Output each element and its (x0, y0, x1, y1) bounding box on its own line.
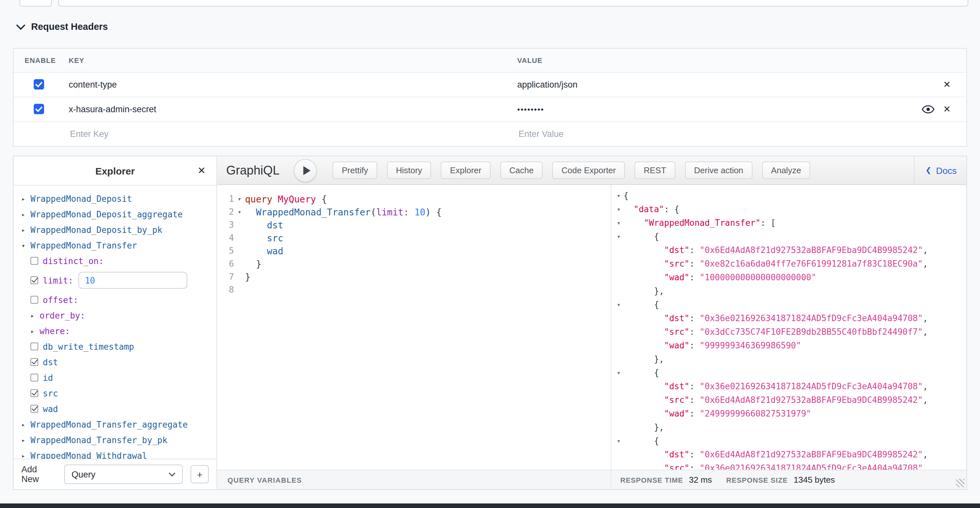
new-header-value-input[interactable] (517, 124, 922, 144)
toolbar-button-code-exporter[interactable]: Code Exporter (552, 161, 625, 179)
toolbar-button-cache[interactable]: Cache (500, 161, 542, 179)
request-headers-table: ENABLE KEY VALUE content-type applicatio… (13, 48, 967, 147)
explorer-item-order_by[interactable]: ▸order_by: (14, 308, 216, 323)
checkbox-unchecked[interactable] (30, 343, 38, 350)
field-label: order_by: (40, 310, 85, 320)
checkbox-unchecked[interactable] (30, 296, 38, 304)
explorer-item-wad[interactable]: wad (14, 401, 216, 417)
endpoint-input-partial[interactable] (58, 0, 968, 6)
explorer-item-dst[interactable]: dst (14, 354, 216, 370)
toolbar-button-derive-action[interactable]: Derive action (685, 161, 752, 179)
eye-icon[interactable] (922, 105, 935, 113)
column-header-key: KEY (69, 56, 84, 64)
add-operation-button[interactable]: + (191, 465, 209, 483)
docs-button[interactable]: ❮ Docs (914, 157, 966, 184)
header-value[interactable]: application/json (517, 80, 578, 89)
limit-value-input[interactable] (78, 272, 187, 289)
response-line: "dst": "0x6Ed4AdA8f21d927532aB8FAF9Eba9D… (614, 448, 966, 461)
response-line: }, (614, 352, 966, 366)
field-label: WrappedMonad_Transfer_aggregate (30, 419, 188, 429)
explorer-item-db_write_timestamp[interactable]: db_write_timestamp (14, 339, 216, 354)
partial-control[interactable] (19, 0, 52, 6)
fold-icon: ▾ (614, 434, 624, 448)
response-line: ▾ { (614, 298, 966, 312)
chevron-down-icon (169, 472, 176, 476)
response-line: }, (614, 284, 966, 298)
header-key[interactable]: x-hasura-admin-secret (69, 104, 156, 114)
query-editor[interactable]: 1▾query MyQuery {2▾ WrappedMonad_Transfe… (217, 185, 611, 470)
play-icon (303, 166, 310, 175)
enable-checkbox[interactable] (34, 104, 44, 114)
graphiql-main: GraphiQL PrettifyHistoryExplorerCacheCod… (217, 157, 966, 489)
table-header-row: ENABLE KEY VALUE (14, 49, 966, 72)
explorer-item-wrappedmonad_deposit[interactable]: ▸WrappedMonad_Deposit (14, 191, 216, 206)
add-new-selected-value: Query (72, 470, 95, 479)
close-icon[interactable]: ✕ (941, 78, 953, 90)
add-new-label: Add New (21, 465, 57, 484)
response-line: "dst": "0x36e0216926341871824AD5fD9cFc3e… (614, 380, 966, 393)
line-number: 3 (217, 219, 234, 232)
query-variables-bar[interactable]: QUERY VARIABLES (217, 470, 611, 489)
response-line: "src": "0x3dCc735C74F10FE2B9db2BB55C40fb… (614, 325, 966, 339)
toolbar-button-explorer[interactable]: Explorer (441, 161, 491, 179)
editor-line: 3 dst (217, 219, 611, 232)
query-variables-label: QUERY VARIABLES (228, 476, 302, 484)
response-line: ▾ "WrappedMonad_Transfer": [ (614, 216, 966, 230)
header-value-masked[interactable]: •••••••• (517, 105, 544, 114)
resize-grip[interactable] (956, 479, 964, 487)
response-line: ▾ { (614, 366, 966, 380)
field-label: wad (43, 404, 58, 414)
explorer-item-wrappedmonad_transfer_aggregate[interactable]: ▸WrappedMonad_Transfer_aggregate (14, 417, 216, 432)
close-icon[interactable]: ✕ (941, 103, 953, 115)
explorer-item-wrappedmonad_withdrawal[interactable]: ▸WrappedMonad_Withdrawal (14, 448, 216, 459)
checkbox-checked[interactable] (30, 276, 38, 284)
explorer-close-icon[interactable]: ✕ (195, 164, 208, 177)
toolbar-button-prettify[interactable]: Prettify (333, 161, 377, 179)
fold-icon: ▾ (614, 189, 624, 203)
explorer-item-id[interactable]: id (14, 370, 216, 385)
checkbox-checked[interactable] (30, 358, 38, 366)
explorer-item-wrappedmonad_transfer[interactable]: ▾WrappedMonad_Transfer (14, 238, 216, 253)
response-line: }, (614, 420, 966, 434)
request-headers-section-toggle[interactable]: Request Headers (18, 21, 108, 32)
fold-icon: ▾ (614, 230, 624, 243)
explorer-item-offset[interactable]: offset: (14, 292, 216, 308)
line-number: 6 (217, 257, 234, 270)
response-line: "wad": "100000000000000000000" (614, 270, 966, 284)
explorer-item-src[interactable]: src (14, 385, 216, 401)
line-number: 8 (217, 284, 234, 297)
chevron-right-icon: ▸ (21, 421, 30, 428)
chevron-right-icon: ▸ (30, 327, 40, 334)
column-header-value: VALUE (517, 56, 542, 64)
chevron-right-icon: ▸ (30, 312, 40, 319)
checkbox-unchecked[interactable] (30, 257, 38, 265)
explorer-item-wrappedmonad_transfer_by_pk[interactable]: ▸WrappedMonad_Transfer_by_pk (14, 432, 216, 448)
explorer-item-wrappedmonad_deposit_aggregate[interactable]: ▸WrappedMonad_Deposit_aggregate (14, 206, 216, 222)
checkbox-unchecked[interactable] (30, 374, 38, 382)
enable-checkbox[interactable] (34, 79, 44, 89)
response-line: "src": "0xe82c16a6da04ff7e76F61991281a7f… (614, 257, 966, 270)
header-key[interactable]: content-type (69, 80, 117, 89)
field-label: db_write_timestamp (43, 342, 134, 351)
editor-line: 4 src (217, 232, 611, 244)
field-label: WrappedMonad_Deposit_aggregate (30, 209, 183, 219)
field-label: limit: (43, 275, 73, 285)
explorer-item-where[interactable]: ▸where: (14, 323, 216, 339)
response-line: ▾{ (614, 189, 966, 203)
toolbar-button-analyze[interactable]: Analyze (762, 161, 810, 179)
toolbar-button-history[interactable]: History (387, 161, 431, 179)
add-new-select[interactable]: Query (65, 465, 183, 484)
explorer-item-wrappedmonad_deposit_by_pk[interactable]: ▸WrappedMonad_Deposit_by_pk (14, 222, 216, 238)
explorer-item-limit[interactable]: limit: (14, 268, 216, 292)
editor-line: 5 wad (217, 244, 611, 257)
new-header-key-input[interactable] (69, 124, 473, 144)
checkbox-checked[interactable] (30, 389, 38, 397)
explorer-item-distinct_on[interactable]: distinct_on: (14, 253, 216, 268)
toolbar-button-rest[interactable]: REST (635, 161, 675, 179)
checkbox-checked[interactable] (30, 405, 38, 413)
response-line: "src": "0x6Ed4AdA8f21d927532aB8FAF9Eba9D… (614, 393, 966, 407)
field-label: WrappedMonad_Withdrawal (30, 450, 147, 459)
editor-line: 2▾ WrappedMonad_Transfer(limit: 10) { (217, 206, 611, 219)
execute-query-button[interactable] (294, 159, 317, 182)
response-time-value: 32 ms (689, 475, 712, 485)
